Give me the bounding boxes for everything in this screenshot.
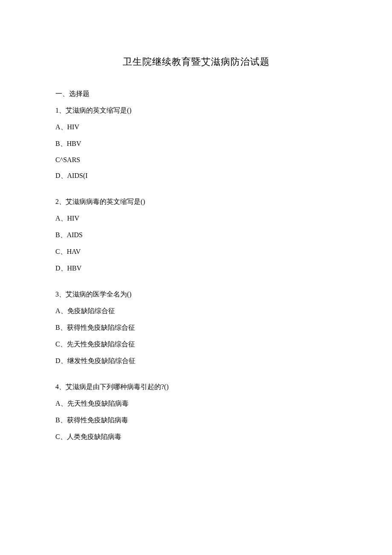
option-d: D、AIDS(I xyxy=(55,171,337,180)
question-1: 1、艾滋病的英文缩写是() A、HIV B、HBV C^SARS D、AIDS(… xyxy=(55,106,337,180)
question-text: 1、艾滋病的英文缩写是() xyxy=(55,106,337,115)
question-text: 4、艾滋病是由下列哪种病毒引起的?() xyxy=(55,383,337,392)
document-title: 卫生院继续教育暨艾滋病防治试题 xyxy=(55,55,337,68)
option-b: B、AIDS xyxy=(55,231,337,240)
option-a: A、免疫缺陷综合征 xyxy=(55,307,337,316)
option-d: D、继发性免疫缺陷综合征 xyxy=(55,357,337,366)
section-header: 一、选择题 xyxy=(55,90,337,99)
question-text: 2、艾滋病病毒的英文缩写是() xyxy=(55,198,337,206)
option-b: B、HBV xyxy=(55,139,337,148)
question-text: 3、艾滋病的医学全名为() xyxy=(55,290,337,299)
option-a: A、先天性免疫缺陷病毒 xyxy=(55,399,337,408)
option-c: C、人类免疫缺陷病毒 xyxy=(55,433,337,442)
option-b: B、获得性免疫缺陷综合征 xyxy=(55,323,337,332)
question-4: 4、艾滋病是由下列哪种病毒引起的?() A、先天性免疫缺陷病毒 B、获得性免疫缺… xyxy=(55,383,337,442)
question-3: 3、艾滋病的医学全名为() A、免疫缺陷综合征 B、获得性免疫缺陷综合征 C、先… xyxy=(55,290,337,366)
option-c: C、先天性免疫缺陷综合征 xyxy=(55,340,337,349)
option-d: D、HBV xyxy=(55,264,337,273)
option-a: A、HIV xyxy=(55,123,337,132)
option-a: A、HIV xyxy=(55,214,337,223)
option-c: C^SARS xyxy=(55,156,337,164)
option-c: C、HAV xyxy=(55,247,337,256)
question-2: 2、艾滋病病毒的英文缩写是() A、HIV B、AIDS C、HAV D、HBV xyxy=(55,198,337,273)
option-b: B、获得性免疫缺陷病毒 xyxy=(55,416,337,425)
